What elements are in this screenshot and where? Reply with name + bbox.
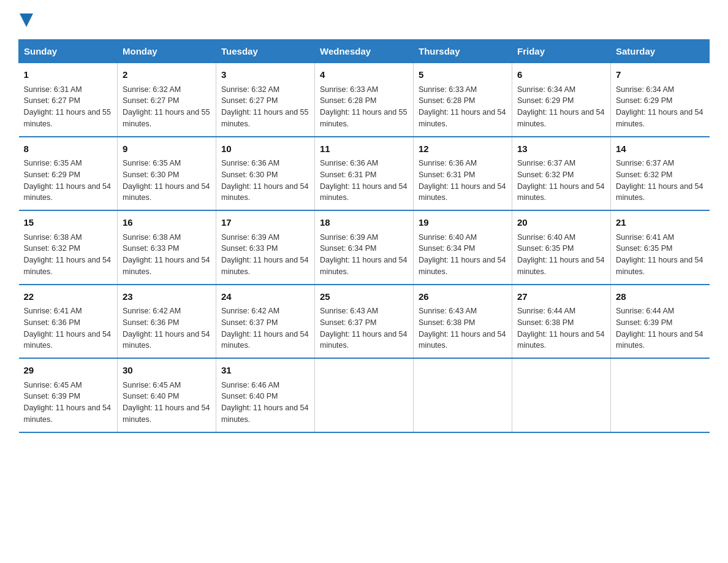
day-cell: 18Sunrise: 6:39 AMSunset: 6:34 PMDayligh… <box>315 210 414 285</box>
day-info: Sunrise: 6:40 AMSunset: 6:35 PMDaylight:… <box>517 232 605 278</box>
day-cell: 16Sunrise: 6:38 AMSunset: 6:33 PMDayligh… <box>118 210 216 285</box>
day-info: Sunrise: 6:45 AMSunset: 6:39 PMDaylight:… <box>24 380 113 426</box>
day-info: Sunrise: 6:32 AMSunset: 6:27 PMDaylight:… <box>221 84 309 130</box>
day-cell: 20Sunrise: 6:40 AMSunset: 6:35 PMDayligh… <box>512 210 611 285</box>
day-info: Sunrise: 6:41 AMSunset: 6:36 PMDaylight:… <box>24 305 113 351</box>
day-cell: 25Sunrise: 6:43 AMSunset: 6:37 PMDayligh… <box>315 285 414 359</box>
day-info: Sunrise: 6:38 AMSunset: 6:32 PMDaylight:… <box>24 232 113 278</box>
day-number: 17 <box>221 216 309 230</box>
day-number: 6 <box>517 68 605 82</box>
day-cell: 5Sunrise: 6:33 AMSunset: 6:28 PMDaylight… <box>414 63 512 137</box>
day-cell <box>414 358 512 432</box>
day-number: 28 <box>616 290 705 304</box>
week-row-3: 15Sunrise: 6:38 AMSunset: 6:32 PMDayligh… <box>19 210 710 285</box>
day-cell <box>611 358 710 432</box>
day-cell: 27Sunrise: 6:44 AMSunset: 6:38 PMDayligh… <box>512 285 611 359</box>
day-cell: 31Sunrise: 6:46 AMSunset: 6:40 PMDayligh… <box>216 358 315 432</box>
day-number: 21 <box>616 216 705 230</box>
week-row-5: 29Sunrise: 6:45 AMSunset: 6:39 PMDayligh… <box>19 358 710 432</box>
day-cell: 14Sunrise: 6:37 AMSunset: 6:32 PMDayligh… <box>611 137 710 211</box>
header-monday: Monday <box>118 40 216 63</box>
day-info: Sunrise: 6:40 AMSunset: 6:34 PMDaylight:… <box>419 232 507 278</box>
logo-triangle-icon <box>20 13 33 27</box>
day-info: Sunrise: 6:38 AMSunset: 6:33 PMDaylight:… <box>123 232 211 278</box>
logo <box>18 12 33 27</box>
day-number: 11 <box>320 142 408 156</box>
day-number: 14 <box>616 142 705 156</box>
day-info: Sunrise: 6:36 AMSunset: 6:31 PMDaylight:… <box>320 158 408 204</box>
day-info: Sunrise: 6:32 AMSunset: 6:27 PMDaylight:… <box>123 84 211 130</box>
week-row-4: 22Sunrise: 6:41 AMSunset: 6:36 PMDayligh… <box>19 285 710 359</box>
day-info: Sunrise: 6:42 AMSunset: 6:36 PMDaylight:… <box>123 305 211 351</box>
day-number: 22 <box>24 290 113 304</box>
day-info: Sunrise: 6:39 AMSunset: 6:34 PMDaylight:… <box>320 232 408 278</box>
week-row-1: 1Sunrise: 6:31 AMSunset: 6:27 PMDaylight… <box>19 63 710 137</box>
day-number: 23 <box>123 290 211 304</box>
page-header <box>18 12 710 27</box>
week-row-2: 8Sunrise: 6:35 AMSunset: 6:29 PMDaylight… <box>19 137 710 211</box>
day-number: 10 <box>221 142 309 156</box>
day-number: 18 <box>320 216 408 230</box>
day-cell: 26Sunrise: 6:43 AMSunset: 6:38 PMDayligh… <box>414 285 512 359</box>
day-info: Sunrise: 6:35 AMSunset: 6:29 PMDaylight:… <box>24 158 113 204</box>
day-info: Sunrise: 6:43 AMSunset: 6:38 PMDaylight:… <box>419 305 507 351</box>
day-cell: 3Sunrise: 6:32 AMSunset: 6:27 PMDaylight… <box>216 63 315 137</box>
day-cell: 21Sunrise: 6:41 AMSunset: 6:35 PMDayligh… <box>611 210 710 285</box>
header-thursday: Thursday <box>414 40 512 63</box>
calendar-header-row: SundayMondayTuesdayWednesdayThursdayFrid… <box>19 40 710 63</box>
day-number: 19 <box>419 216 507 230</box>
day-info: Sunrise: 6:44 AMSunset: 6:39 PMDaylight:… <box>616 305 705 351</box>
header-sunday: Sunday <box>19 40 118 63</box>
day-info: Sunrise: 6:33 AMSunset: 6:28 PMDaylight:… <box>320 84 408 130</box>
day-cell: 30Sunrise: 6:45 AMSunset: 6:40 PMDayligh… <box>118 358 216 432</box>
day-cell: 4Sunrise: 6:33 AMSunset: 6:28 PMDaylight… <box>315 63 414 137</box>
day-number: 27 <box>517 290 605 304</box>
day-number: 20 <box>517 216 605 230</box>
day-info: Sunrise: 6:37 AMSunset: 6:32 PMDaylight:… <box>517 158 605 204</box>
day-info: Sunrise: 6:35 AMSunset: 6:30 PMDaylight:… <box>123 158 211 204</box>
day-cell: 6Sunrise: 6:34 AMSunset: 6:29 PMDaylight… <box>512 63 611 137</box>
header-saturday: Saturday <box>611 40 710 63</box>
day-cell: 1Sunrise: 6:31 AMSunset: 6:27 PMDaylight… <box>19 63 118 137</box>
day-cell: 2Sunrise: 6:32 AMSunset: 6:27 PMDaylight… <box>118 63 216 137</box>
day-number: 5 <box>419 68 507 82</box>
header-wednesday: Wednesday <box>315 40 414 63</box>
day-cell: 24Sunrise: 6:42 AMSunset: 6:37 PMDayligh… <box>216 285 315 359</box>
day-number: 9 <box>123 142 211 156</box>
day-number: 25 <box>320 290 408 304</box>
day-cell: 19Sunrise: 6:40 AMSunset: 6:34 PMDayligh… <box>414 210 512 285</box>
day-cell: 17Sunrise: 6:39 AMSunset: 6:33 PMDayligh… <box>216 210 315 285</box>
day-info: Sunrise: 6:31 AMSunset: 6:27 PMDaylight:… <box>24 84 113 130</box>
day-number: 4 <box>320 68 408 82</box>
header-tuesday: Tuesday <box>216 40 315 63</box>
header-friday: Friday <box>512 40 611 63</box>
day-info: Sunrise: 6:34 AMSunset: 6:29 PMDaylight:… <box>517 84 605 130</box>
day-cell: 22Sunrise: 6:41 AMSunset: 6:36 PMDayligh… <box>19 285 118 359</box>
day-number: 13 <box>517 142 605 156</box>
day-cell: 29Sunrise: 6:45 AMSunset: 6:39 PMDayligh… <box>19 358 118 432</box>
day-info: Sunrise: 6:33 AMSunset: 6:28 PMDaylight:… <box>419 84 507 130</box>
day-cell: 12Sunrise: 6:36 AMSunset: 6:31 PMDayligh… <box>414 137 512 211</box>
day-cell <box>315 358 414 432</box>
day-number: 3 <box>221 68 309 82</box>
day-cell: 7Sunrise: 6:34 AMSunset: 6:29 PMDaylight… <box>611 63 710 137</box>
day-info: Sunrise: 6:36 AMSunset: 6:30 PMDaylight:… <box>221 158 309 204</box>
day-info: Sunrise: 6:36 AMSunset: 6:31 PMDaylight:… <box>419 158 507 204</box>
day-cell: 13Sunrise: 6:37 AMSunset: 6:32 PMDayligh… <box>512 137 611 211</box>
calendar-table: SundayMondayTuesdayWednesdayThursdayFrid… <box>18 39 710 433</box>
day-cell: 8Sunrise: 6:35 AMSunset: 6:29 PMDaylight… <box>19 137 118 211</box>
day-number: 16 <box>123 216 211 230</box>
day-number: 15 <box>24 216 113 230</box>
day-cell <box>512 358 611 432</box>
day-cell: 28Sunrise: 6:44 AMSunset: 6:39 PMDayligh… <box>611 285 710 359</box>
day-cell: 10Sunrise: 6:36 AMSunset: 6:30 PMDayligh… <box>216 137 315 211</box>
day-number: 12 <box>419 142 507 156</box>
day-info: Sunrise: 6:39 AMSunset: 6:33 PMDaylight:… <box>221 232 309 278</box>
day-number: 7 <box>616 68 705 82</box>
day-number: 29 <box>24 364 113 378</box>
day-cell: 11Sunrise: 6:36 AMSunset: 6:31 PMDayligh… <box>315 137 414 211</box>
day-info: Sunrise: 6:34 AMSunset: 6:29 PMDaylight:… <box>616 84 705 130</box>
day-info: Sunrise: 6:45 AMSunset: 6:40 PMDaylight:… <box>123 380 211 426</box>
day-number: 31 <box>221 364 309 378</box>
day-info: Sunrise: 6:42 AMSunset: 6:37 PMDaylight:… <box>221 305 309 351</box>
